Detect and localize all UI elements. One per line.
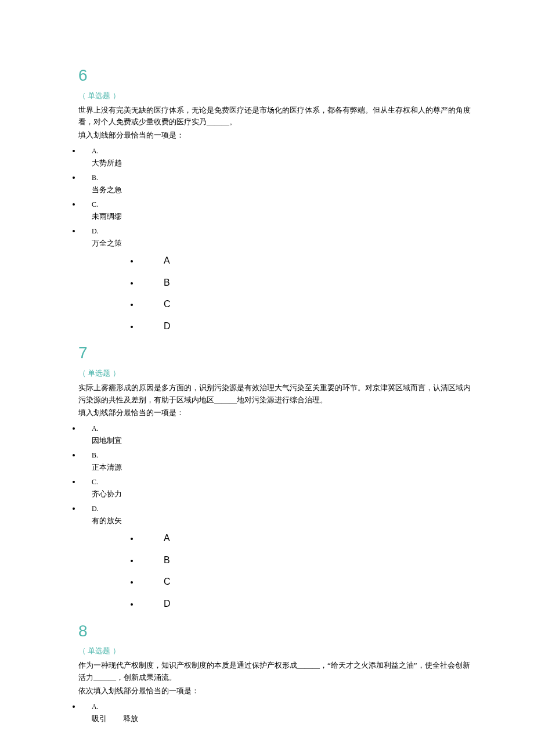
option-item: B. 当务之急 bbox=[81, 172, 511, 196]
option-item: B. 正本清源 bbox=[81, 449, 511, 474]
answer-letter: D bbox=[164, 596, 171, 611]
option-item: A. 吸引释放 bbox=[81, 701, 511, 725]
option-letter: C. bbox=[92, 477, 511, 488]
options-list: A. 大势所趋 B. 当务之急 C. 未雨绸缪 D. 万全之策 bbox=[23, 145, 511, 250]
question-type-label: （ 单选题 ） bbox=[78, 368, 511, 380]
question-prompt: 填入划线部分最恰当的一项是： bbox=[78, 129, 511, 142]
option-text: 齐心协力 bbox=[92, 488, 511, 501]
option-letter: D. bbox=[92, 226, 511, 237]
answer-letter: D bbox=[164, 319, 171, 334]
answer-choice-list: A B C D bbox=[23, 253, 511, 333]
question-number: 8 bbox=[78, 618, 511, 645]
option-letter: C. bbox=[92, 199, 511, 210]
question-number: 6 bbox=[78, 63, 511, 89]
option-letter: A. bbox=[92, 423, 511, 434]
answer-letter: A bbox=[164, 531, 170, 546]
question-type-label: （ 单选题 ） bbox=[78, 90, 511, 102]
option-letter: A. bbox=[92, 701, 511, 712]
question-stem: 实际上雾霾形成的原因是多方面的，识别污染源是有效治理大气污染至关重要的环节。对京… bbox=[78, 382, 476, 406]
option-text: 未雨绸缪 bbox=[92, 211, 511, 223]
answer-choice[interactable]: D bbox=[139, 319, 511, 334]
question-prompt: 依次填入划线部分最恰当的一项是： bbox=[78, 685, 511, 697]
option-text-part: 释放 bbox=[123, 714, 138, 723]
option-item: A. 大势所趋 bbox=[81, 145, 511, 170]
question-prompt: 填入划线部分最恰当的一项是： bbox=[78, 407, 511, 419]
option-text: 当务之急 bbox=[92, 184, 511, 196]
answer-choice[interactable]: C bbox=[139, 574, 511, 589]
answer-choice[interactable]: A bbox=[139, 253, 511, 268]
answer-letter: A bbox=[164, 253, 170, 268]
answer-choice[interactable]: B bbox=[139, 553, 511, 568]
options-list: A. 因地制宜 B. 正本清源 C. 齐心协力 D. 有的放矢 bbox=[23, 423, 511, 527]
option-item: C. 未雨绸缪 bbox=[81, 199, 511, 223]
answer-letter: C bbox=[164, 297, 171, 312]
answer-choice[interactable]: D bbox=[139, 596, 511, 611]
answer-letter: B bbox=[164, 553, 170, 568]
option-text: 有的放矢 bbox=[92, 515, 511, 527]
option-text-part: 吸引 bbox=[92, 714, 107, 723]
options-list: A. 吸引释放 bbox=[23, 701, 511, 725]
option-letter: B. bbox=[92, 450, 511, 461]
question-number: 7 bbox=[78, 340, 511, 366]
option-text: 吸引释放 bbox=[92, 713, 511, 725]
option-item: C. 齐心协力 bbox=[81, 476, 511, 501]
answer-letter: B bbox=[164, 275, 170, 290]
question-type-label: （ 单选题 ） bbox=[78, 645, 511, 657]
option-item: D. 万全之策 bbox=[81, 225, 511, 250]
option-text: 正本清源 bbox=[92, 462, 511, 474]
answer-letter: C bbox=[164, 574, 171, 589]
option-item: D. 有的放矢 bbox=[81, 503, 511, 527]
option-letter: A. bbox=[92, 146, 511, 157]
answer-choice[interactable]: A bbox=[139, 531, 511, 546]
question-stem: 作为一种现代产权制度，知识产权制度的本质是通过保护产权形成______，“给天才… bbox=[78, 660, 476, 684]
answer-choice[interactable]: C bbox=[139, 297, 511, 312]
option-letter: B. bbox=[92, 172, 511, 183]
option-letter: D. bbox=[92, 503, 511, 514]
answer-choice-list: A B C D bbox=[23, 531, 511, 611]
option-item: A. 因地制宜 bbox=[81, 423, 511, 447]
answer-choice[interactable]: B bbox=[139, 275, 511, 290]
option-text: 大势所趋 bbox=[92, 157, 511, 170]
question-stem: 世界上没有完美无缺的医疗体系，无论是免费医疗还是市场化的医疗体系，都各有弊端。但… bbox=[78, 105, 476, 129]
option-text: 万全之策 bbox=[92, 237, 511, 250]
option-text: 因地制宜 bbox=[92, 435, 511, 447]
